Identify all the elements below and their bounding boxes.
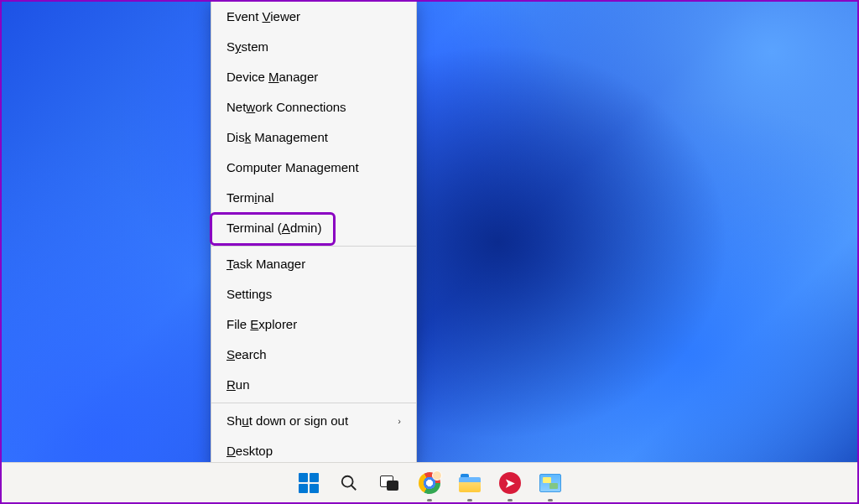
menu-item-label: Terminal (Admin) xyxy=(226,220,321,236)
menu-item[interactable]: Run xyxy=(211,370,416,400)
menu-item-label: Run xyxy=(226,377,250,393)
svg-point-1 xyxy=(342,475,353,486)
menu-separator xyxy=(211,403,416,403)
task-view-button[interactable] xyxy=(372,466,406,500)
menu-item-label: Event Viewer xyxy=(226,8,300,25)
taskbar-app-chrome[interactable] xyxy=(413,466,446,500)
menu-item[interactable]: Event Viewer xyxy=(211,2,416,32)
taskbar-app-file-explorer[interactable] xyxy=(453,466,487,500)
menu-item[interactable]: Disk Management xyxy=(211,122,416,153)
menu-separator xyxy=(211,246,416,247)
taskbar-app-control-panel[interactable] xyxy=(534,466,567,500)
menu-item[interactable]: Settings xyxy=(211,279,416,309)
chrome-icon xyxy=(419,472,440,494)
menu-item[interactable]: Task Manager xyxy=(211,249,416,279)
search-button[interactable] xyxy=(332,466,366,500)
menu-item[interactable]: Computer Management xyxy=(211,153,416,183)
menu-item-label: System xyxy=(226,39,268,55)
windows-start-icon xyxy=(299,473,319,493)
task-view-icon xyxy=(380,475,398,491)
menu-item[interactable]: Device Manager xyxy=(211,62,416,92)
menu-item-label: Disk Management xyxy=(226,129,328,146)
menu-item-label: Network Connections xyxy=(226,99,346,116)
menu-item[interactable]: Terminal (Admin) xyxy=(211,213,416,243)
menu-item-label: Device Manager xyxy=(226,69,318,86)
menu-item[interactable]: Shut down or sign out› xyxy=(211,406,416,436)
menu-item-label: Task Manager xyxy=(226,256,305,273)
taskbar-app-red[interactable]: ➤ xyxy=(493,466,527,500)
menu-item[interactable]: System xyxy=(211,32,416,62)
menu-item-label: Search xyxy=(226,346,267,363)
desktop-wallpaper xyxy=(2,2,857,502)
menu-item[interactable]: Search xyxy=(211,340,416,370)
menu-item-label: Settings xyxy=(226,286,272,303)
menu-item-label: Computer Management xyxy=(226,159,359,176)
start-button[interactable] xyxy=(292,466,325,500)
menu-item-label: Terminal xyxy=(226,190,274,206)
red-app-icon: ➤ xyxy=(499,472,521,494)
chevron-right-icon: › xyxy=(398,413,401,429)
taskbar: ➤ xyxy=(2,462,857,502)
winx-context-menu: Event ViewerSystemDevice ManagerNetwork … xyxy=(211,2,417,469)
control-panel-icon xyxy=(539,474,561,492)
svg-line-2 xyxy=(351,485,357,490)
search-icon xyxy=(340,474,358,492)
menu-item[interactable]: File Explorer xyxy=(211,309,416,340)
menu-item[interactable]: Terminal xyxy=(211,183,416,213)
menu-item[interactable]: Network Connections xyxy=(211,92,416,122)
menu-item-label: Desktop xyxy=(226,443,273,460)
file-explorer-icon xyxy=(459,474,481,492)
menu-item-label: File Explorer xyxy=(226,316,297,333)
menu-item-label: Shut down or sign out xyxy=(226,413,348,429)
